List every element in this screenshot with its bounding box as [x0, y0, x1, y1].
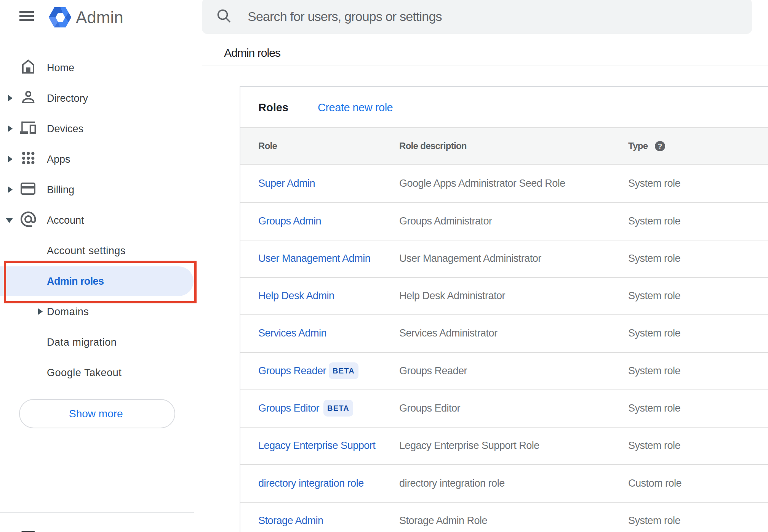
svg-text:?: ?	[658, 142, 662, 150]
